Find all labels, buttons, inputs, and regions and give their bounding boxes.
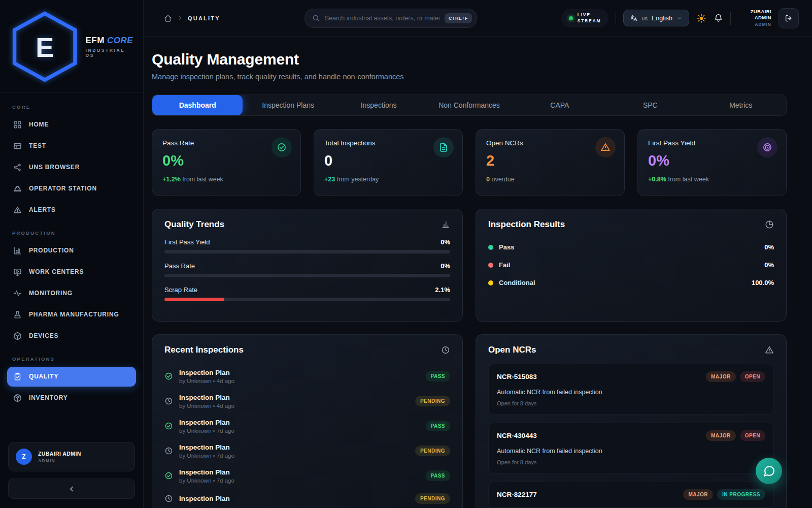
progress-track bbox=[164, 298, 450, 301]
panel-title: Recent Inspections bbox=[164, 345, 244, 355]
sidebar-item-pharma-manufacturing[interactable]: PHARMA MANUFACTURING bbox=[7, 305, 136, 325]
ncr-card[interactable]: NCR-822177MAJORIN PROGRESS bbox=[488, 482, 774, 508]
tab-dashboard[interactable]: Dashboard bbox=[152, 95, 243, 115]
user-role: ADMIN bbox=[38, 458, 81, 463]
progress-fill bbox=[164, 298, 224, 301]
stat-delta-value: +0.8% bbox=[648, 176, 666, 183]
topbar-user-name: ZUBAIRI ADMIN bbox=[738, 9, 771, 21]
result-value: 0% bbox=[764, 261, 774, 269]
status-badge: PENDING bbox=[415, 446, 450, 456]
ncr-age: Open for 8 days bbox=[497, 459, 765, 465]
sidebar-item-monitoring[interactable]: MONITORING bbox=[7, 283, 136, 303]
status-badge: OPEN bbox=[740, 371, 765, 382]
stat-delta-caption: from yesterday bbox=[337, 176, 379, 183]
trend-label: First Pass Yield bbox=[164, 238, 210, 246]
result-label: Fail bbox=[499, 261, 510, 269]
sidebar-item-production[interactable]: PRODUCTION bbox=[7, 241, 136, 261]
status-badge: IN PROGRESS bbox=[717, 489, 765, 500]
cube-icon bbox=[13, 332, 22, 340]
search-input[interactable] bbox=[325, 15, 439, 22]
ncr-badges: MAJOROPEN bbox=[706, 430, 765, 441]
progress-track bbox=[164, 274, 450, 277]
sidebar-item-label: OPERATOR STATION bbox=[29, 185, 97, 192]
ncr-card[interactable]: NCR-515083MAJOROPENAutomatic NCR from fa… bbox=[488, 364, 774, 415]
tab-non-conformances[interactable]: Non Conformances bbox=[424, 95, 514, 115]
tab-capa[interactable]: CAPA bbox=[515, 95, 605, 115]
brand-logo-icon: E bbox=[10, 9, 79, 84]
sidebar-item-label: QUALITY bbox=[29, 373, 58, 380]
severity-badge: MAJOR bbox=[683, 489, 713, 500]
live-stream-label: LIVE STREAM bbox=[578, 12, 601, 24]
sidebar-item-work-centers[interactable]: WORK CENTERS bbox=[7, 262, 136, 282]
inspection-list-item[interactable]: Inspection PlanPENDING bbox=[164, 488, 450, 508]
stat-delta-caption: from last week bbox=[182, 176, 223, 183]
brand-name-primary: EFM bbox=[85, 36, 104, 46]
stat-delta-value: +1.2% bbox=[162, 176, 181, 183]
topbar-user: ZUBAIRI ADMIN ADMIN bbox=[738, 9, 771, 27]
sidebar-item-inventory[interactable]: INVENTORY bbox=[7, 388, 136, 408]
page-title: Quality Management bbox=[152, 51, 787, 68]
notifications-button[interactable] bbox=[714, 13, 723, 23]
sidebar-item-label: INVENTORY bbox=[29, 394, 68, 401]
theme-toggle-button[interactable] bbox=[696, 13, 706, 23]
inspection-title: Inspection Plan bbox=[179, 394, 234, 401]
tab-inspections[interactable]: Inspections bbox=[333, 95, 424, 115]
inspection-text: Inspection Plan bbox=[179, 495, 230, 502]
tab-spc[interactable]: SPC bbox=[605, 95, 695, 115]
stat-delta-value: 0 bbox=[486, 176, 490, 183]
inspection-text: Inspection Planby Unknown • 7d ago bbox=[179, 443, 234, 459]
logout-button[interactable] bbox=[779, 8, 799, 28]
inspection-list-item[interactable]: Inspection Planby Unknown • 4d agoPENDIN… bbox=[164, 389, 450, 414]
panel-header: Recent Inspections bbox=[164, 345, 450, 355]
sidebar-item-operator-station[interactable]: OPERATOR STATION bbox=[7, 179, 136, 199]
inspection-meta: by Unknown • 7d ago bbox=[179, 478, 234, 484]
stat-delta: +23 from yesterday bbox=[324, 176, 452, 183]
status-dot bbox=[488, 280, 493, 285]
trend-row-header: First Pass Yield0% bbox=[164, 238, 450, 246]
language-selector[interactable]: us English bbox=[623, 10, 689, 26]
inspection-list-item[interactable]: Inspection Planby Unknown • 7d agoPASS bbox=[164, 463, 450, 488]
sidebar-collapse-button[interactable] bbox=[8, 479, 135, 499]
sidebar-user-card[interactable]: Z ZUBAIRI ADMIN ADMIN bbox=[8, 442, 135, 471]
sidebar-item-quality[interactable]: QUALITY bbox=[7, 367, 136, 387]
result-rows: Pass0%Fail0%Conditional100.0% bbox=[488, 238, 774, 292]
inspection-list: Inspection Planby Unknown • 4d agoPASSIn… bbox=[164, 364, 450, 508]
topbar-actions: LIVE STREAM us English bbox=[561, 8, 799, 28]
ncr-list: NCR-515083MAJOROPENAutomatic NCR from fa… bbox=[488, 364, 774, 508]
stat-delta: 0 overdue bbox=[486, 176, 614, 183]
ncr-age: Open for 8 days bbox=[497, 400, 765, 406]
language-country: us bbox=[641, 15, 648, 21]
stat-cards: Pass Rate0%+1.2% from last weekTotal Ins… bbox=[152, 129, 787, 196]
check-circle-icon bbox=[164, 422, 173, 430]
nav-section-production: PRODUCTION bbox=[12, 230, 131, 236]
main-area: QUALITY CTRL+F LIVE STREAM us bbox=[144, 0, 812, 508]
sun-icon bbox=[696, 13, 706, 23]
tab-metrics[interactable]: Metrics bbox=[696, 95, 786, 115]
home-icon[interactable] bbox=[164, 14, 172, 22]
tab-inspection-plans[interactable]: Inspection Plans bbox=[243, 95, 333, 115]
ncr-id: NCR-430443 bbox=[497, 432, 537, 439]
inspection-meta: by Unknown • 7d ago bbox=[179, 453, 234, 459]
ncr-header: NCR-430443MAJOROPEN bbox=[497, 430, 765, 441]
panel-row-2: Recent Inspections Inspection Planby Unk… bbox=[152, 334, 787, 508]
trend-row-scrap-rate: Scrap Rate2.1% bbox=[164, 286, 450, 301]
sidebar-item-uns-browser[interactable]: UNS BROWSER bbox=[7, 157, 136, 177]
inspection-list-item[interactable]: Inspection Planby Unknown • 7d agoPENDIN… bbox=[164, 438, 450, 463]
panel-title: Open NCRs bbox=[488, 345, 536, 355]
chat-fab-button[interactable] bbox=[756, 458, 782, 484]
sidebar-item-alerts[interactable]: ALERTS bbox=[7, 200, 136, 220]
trend-row-header: Scrap Rate2.1% bbox=[164, 286, 450, 294]
sidebar-item-home[interactable]: HOME bbox=[7, 115, 136, 135]
inspection-list-item[interactable]: Inspection Planby Unknown • 7d agoPASS bbox=[164, 414, 450, 438]
result-row-fail: Fail0% bbox=[488, 256, 774, 274]
sidebar-item-test[interactable]: TEST bbox=[7, 136, 136, 156]
ncr-card[interactable]: NCR-430443MAJOROPENAutomatic NCR from fa… bbox=[488, 423, 774, 473]
inspection-list-item[interactable]: Inspection Planby Unknown • 4d agoPASS bbox=[164, 364, 450, 389]
search-bar[interactable]: CTRL+F bbox=[304, 9, 477, 28]
alert-triangle-icon bbox=[765, 345, 774, 355]
topbar-user-role: ADMIN bbox=[755, 22, 771, 27]
panel-title: Inspection Results bbox=[488, 219, 565, 230]
sidebar-item-devices[interactable]: DEVICES bbox=[7, 326, 136, 346]
trend-label: Scrap Rate bbox=[164, 286, 197, 294]
inspection-title: Inspection Plan bbox=[179, 369, 234, 376]
